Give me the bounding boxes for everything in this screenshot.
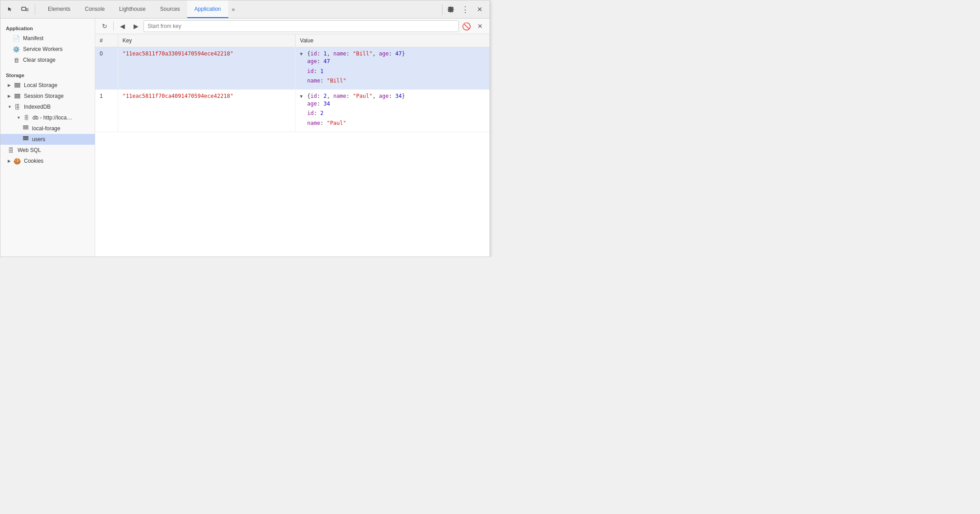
svg-rect-11 bbox=[23, 136, 28, 138]
device-toggle-icon[interactable] bbox=[18, 3, 31, 16]
sidebar-item-websql[interactable]: 🗄 Web SQL bbox=[0, 145, 95, 156]
start-from-key-input[interactable] bbox=[143, 20, 459, 32]
sidebar-item-clear-storage[interactable]: 🗑 Clear storage bbox=[0, 55, 95, 65]
svg-rect-7 bbox=[14, 97, 20, 98]
users-table-icon bbox=[23, 136, 29, 142]
cursor-icon[interactable] bbox=[4, 3, 17, 16]
tab-sources[interactable]: Sources bbox=[153, 0, 187, 18]
tabs: Elements Console Lighthouse Sources Appl… bbox=[41, 0, 440, 18]
cell-num: 1 bbox=[95, 89, 118, 132]
sidebar-item-manifest[interactable]: 📄 Manifest bbox=[0, 33, 95, 44]
sidebar-item-session-storage[interactable]: ▶ Session Storage bbox=[0, 91, 95, 101]
prop-line: name: "Bill" bbox=[300, 76, 485, 86]
devtools-window: Elements Console Lighthouse Sources Appl… bbox=[0, 0, 490, 257]
prop-line: name: "Paul" bbox=[300, 119, 485, 128]
tab-elements[interactable]: Elements bbox=[41, 0, 78, 18]
cell-num: 0 bbox=[95, 47, 118, 90]
close-devtools-icon[interactable]: ✕ bbox=[473, 3, 486, 16]
chevron-right-icon: ▶ bbox=[8, 94, 12, 98]
expand-triangle-icon[interactable]: ▼ bbox=[300, 94, 305, 99]
manifest-icon: 📄 bbox=[13, 35, 19, 41]
sidebar-item-local-forage[interactable]: local-forage bbox=[0, 123, 95, 134]
svg-rect-12 bbox=[23, 138, 28, 139]
sidebar-item-cookies[interactable]: ▶ 🍪 Cookies bbox=[0, 156, 95, 166]
separator bbox=[35, 4, 35, 15]
prop-line: id: 2 bbox=[300, 109, 485, 119]
settings-icon[interactable] bbox=[444, 3, 457, 16]
svg-rect-6 bbox=[14, 95, 20, 96]
table-toolbar: ↻ ◀ ▶ 🚫 ✕ bbox=[95, 18, 490, 34]
chevron-down-icon-2: ▼ bbox=[17, 115, 21, 120]
chevron-right-icon: ▶ bbox=[8, 83, 12, 87]
col-header-num: # bbox=[95, 34, 118, 47]
tab-application[interactable]: Application bbox=[187, 0, 228, 18]
cell-key: "11eac5811f70a33091470594ece42218" bbox=[118, 47, 295, 90]
svg-rect-5 bbox=[14, 94, 20, 96]
local-forage-icon bbox=[23, 125, 29, 132]
clear-button[interactable]: ✕ bbox=[474, 20, 486, 32]
chevron-down-icon: ▼ bbox=[8, 105, 12, 109]
svg-rect-8 bbox=[23, 125, 28, 127]
cell-value: ▼ {id: 1, name: "Bill", age: 47}age: 47i… bbox=[295, 47, 490, 90]
refresh-button[interactable]: ↻ bbox=[99, 20, 111, 32]
sidebar-item-users[interactable]: users bbox=[0, 134, 95, 145]
session-storage-icon bbox=[14, 93, 20, 99]
back-button[interactable]: ◀ bbox=[116, 20, 128, 32]
service-workers-icon: ⚙️ bbox=[13, 46, 19, 52]
col-header-value: Value bbox=[295, 34, 490, 47]
chevron-right-icon-cookies: ▶ bbox=[8, 159, 12, 163]
toolbar-icons-left bbox=[4, 3, 37, 16]
block-button[interactable]: 🚫 bbox=[461, 20, 472, 32]
forward-button[interactable]: ▶ bbox=[130, 20, 142, 32]
local-storage-icon bbox=[14, 82, 20, 88]
db-icon: 🗄 bbox=[23, 115, 30, 121]
websql-icon: 🗄 bbox=[8, 147, 14, 153]
svg-rect-2 bbox=[14, 83, 20, 85]
svg-rect-9 bbox=[23, 127, 28, 128]
sidebar-item-db[interactable]: ▼ 🗄 db - http://loca… bbox=[0, 112, 95, 123]
cell-value: ▼ {id: 2, name: "Paul", age: 34}age: 34i… bbox=[295, 89, 490, 132]
svg-rect-13 bbox=[23, 139, 28, 141]
content-area: ↻ ◀ ▶ 🚫 ✕ bbox=[95, 18, 490, 257]
more-options-icon[interactable]: ⋮ bbox=[459, 3, 472, 16]
sidebar-item-local-storage[interactable]: ▶ Local Storage bbox=[0, 80, 95, 91]
sidebar-item-indexeddb[interactable]: ▼ 🗄 IndexedDB bbox=[0, 101, 95, 112]
prop-line: age: 34 bbox=[300, 99, 485, 109]
data-table-area: # Key Value 0"11eac5811f70a33091470594ec… bbox=[95, 34, 490, 257]
data-table: # Key Value 0"11eac5811f70a33091470594ec… bbox=[95, 34, 490, 132]
expand-triangle-icon[interactable]: ▼ bbox=[300, 51, 305, 56]
tab-console[interactable]: Console bbox=[78, 0, 112, 18]
tab-bar: Elements Console Lighthouse Sources Appl… bbox=[0, 0, 490, 18]
col-header-key: Key bbox=[118, 34, 295, 47]
toolbar-icons-right: ⋮ ✕ bbox=[444, 3, 486, 16]
table-row[interactable]: 1"11eac5811f70ca4091470594ece42218"▼ {id… bbox=[95, 89, 490, 132]
svg-rect-0 bbox=[22, 7, 26, 10]
divider bbox=[442, 4, 443, 15]
prop-line: age: 47 bbox=[300, 57, 485, 67]
sidebar-item-service-workers[interactable]: ⚙️ Service Workers bbox=[0, 44, 95, 55]
tab-lighthouse[interactable]: Lighthouse bbox=[112, 0, 153, 18]
clear-storage-icon: 🗑 bbox=[13, 57, 19, 63]
table-row[interactable]: 0"11eac5811f70a33091470594ece42218"▼ {id… bbox=[95, 47, 490, 90]
indexeddb-icon: 🗄 bbox=[14, 104, 20, 110]
svg-rect-3 bbox=[14, 84, 20, 86]
sidebar: Application 📄 Manifest ⚙️ Service Worker… bbox=[0, 18, 95, 257]
svg-rect-4 bbox=[14, 86, 20, 87]
more-tabs-button[interactable]: » bbox=[228, 0, 239, 18]
main-area: Application 📄 Manifest ⚙️ Service Worker… bbox=[0, 18, 490, 257]
cookies-icon: 🍪 bbox=[14, 158, 20, 164]
svg-rect-1 bbox=[26, 9, 28, 11]
prop-line: id: 1 bbox=[300, 67, 485, 77]
table-header: # Key Value bbox=[95, 34, 490, 47]
table-body: 0"11eac5811f70a33091470594ece42218"▼ {id… bbox=[95, 47, 490, 132]
sidebar-section-storage: Storage bbox=[0, 69, 95, 80]
sidebar-section-application: Application bbox=[0, 22, 95, 33]
cell-key: "11eac5811f70ca4091470594ece42218" bbox=[118, 89, 295, 132]
toolbar-separator bbox=[113, 22, 114, 31]
svg-rect-10 bbox=[23, 128, 28, 130]
